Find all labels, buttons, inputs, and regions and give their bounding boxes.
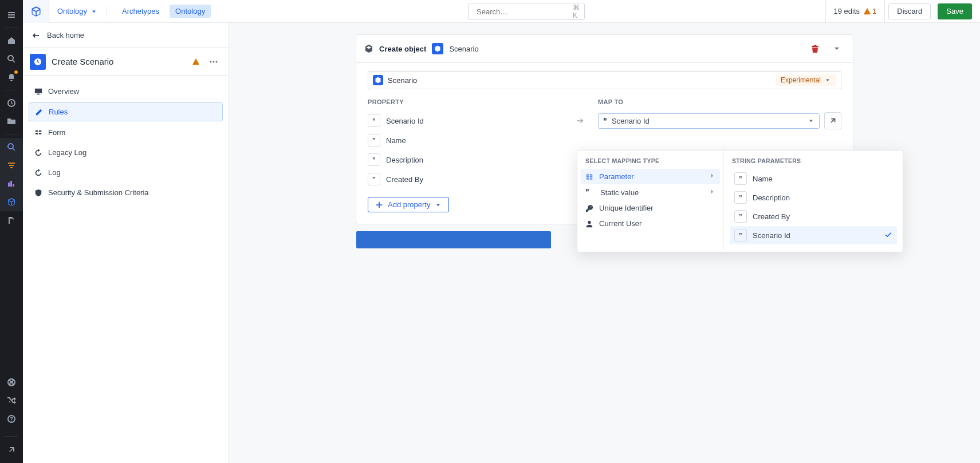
nav-form[interactable]: Form	[29, 124, 223, 141]
chart-icon[interactable]	[0, 175, 23, 193]
chevron-right-icon	[709, 188, 715, 197]
property-label: Scenario Id	[386, 117, 424, 125]
delete-button[interactable]	[807, 41, 823, 57]
save-button[interactable]: Save	[938, 3, 972, 19]
property-label: Created By	[386, 175, 423, 184]
mapping-type-unique-identifier[interactable]: Unique Identifier	[581, 200, 720, 216]
chevron-down-icon	[832, 44, 841, 53]
scenario-selector[interactable]: Scenario Experimental	[368, 71, 841, 89]
topbar-tabs: Archetypes Ontology	[116, 5, 211, 18]
tab-ontology[interactable]: Ontology	[170, 5, 211, 18]
rail-divider	[5, 90, 18, 90]
mapping-type-current-user[interactable]: Current User	[581, 216, 720, 231]
property-row: ❞ Created By	[368, 169, 562, 189]
files-icon[interactable]	[0, 211, 23, 229]
nav-label: Log	[48, 168, 61, 177]
object-chip-icon	[432, 43, 443, 54]
search-box[interactable]: ⌘ K	[468, 3, 585, 20]
warning-icon[interactable]	[192, 58, 200, 66]
open-external-button[interactable]	[824, 112, 841, 129]
property-row: ❞ Description	[368, 150, 562, 169]
back-home-link[interactable]: Back home	[23, 23, 229, 48]
search-icon[interactable]	[0, 50, 23, 68]
menu-item-label: Current User	[599, 219, 641, 228]
param-label: Description	[753, 193, 790, 202]
menu-toggle-icon[interactable]	[0, 6, 23, 24]
chevron-right-icon	[709, 172, 715, 181]
nav-legacy-log[interactable]: Legacy Log	[29, 144, 223, 161]
nav-label: Overview	[48, 87, 79, 96]
create-object-icon	[364, 44, 373, 53]
card-object-name: Scenario	[449, 45, 478, 53]
explore-icon[interactable]	[0, 138, 23, 156]
caret-down-icon	[435, 201, 442, 208]
key-icon	[585, 204, 593, 212]
folder-icon[interactable]	[0, 112, 23, 130]
nav-overview[interactable]: Overview	[29, 82, 223, 100]
left-nav: Overview Rules Form Legacy Log Log	[23, 76, 229, 208]
more-horizontal-icon	[209, 57, 218, 66]
search-shortcut: ⌘ K	[573, 3, 580, 19]
search-input[interactable]	[477, 7, 573, 16]
action-placeholder-bar[interactable]	[356, 231, 551, 248]
add-property-button[interactable]: Add property	[368, 197, 449, 212]
shield-icon	[34, 189, 42, 197]
card-header-actions	[807, 41, 845, 57]
home-icon[interactable]	[0, 31, 23, 50]
breadcrumb-root-dropdown[interactable]: Ontology	[57, 7, 97, 15]
app-logo[interactable]	[23, 0, 49, 23]
form-icon	[34, 129, 42, 137]
layers-icon[interactable]	[0, 156, 23, 175]
map-to-dropdown[interactable]: ❞ Scenario Id	[598, 113, 820, 129]
map-to-value: Scenario Id	[612, 117, 803, 125]
object-chip-icon	[373, 75, 383, 85]
string-type-icon: ❞	[734, 210, 747, 223]
nav-label: Legacy Log	[48, 148, 86, 157]
nav-label: Security & Submission Criteria	[48, 188, 149, 197]
card-header: Create object Scenario	[356, 35, 853, 63]
collapse-button[interactable]	[829, 41, 845, 57]
help-icon[interactable]	[0, 410, 23, 428]
arrow-up-right-icon	[829, 117, 837, 125]
mapping-type-parameter[interactable]: Parameter	[581, 169, 720, 184]
pencil-icon	[35, 108, 43, 116]
card-title: Create object	[379, 45, 426, 53]
more-menu-button[interactable]	[206, 54, 222, 70]
tab-archetypes[interactable]: Archetypes	[116, 5, 165, 18]
rail-divider	[5, 436, 18, 437]
string-param-option[interactable]: ❞ Name	[730, 169, 897, 188]
edits-indicator[interactable]: 19 edits 1	[825, 0, 885, 22]
globe-icon[interactable]	[0, 373, 23, 391]
string-param-option[interactable]: ❞ Scenario Id	[730, 226, 897, 244]
arrow-right-icon	[576, 117, 584, 125]
history-icon	[34, 149, 42, 157]
string-param-option[interactable]: ❞ Created By	[730, 207, 897, 225]
nav-rules[interactable]: Rules	[29, 102, 223, 121]
breadcrumb: Ontology Archetypes Ontology	[49, 5, 219, 18]
add-property-label: Add property	[388, 200, 430, 209]
expand-arrow-icon[interactable]	[0, 440, 23, 458]
discard-button[interactable]: Discard	[888, 3, 931, 19]
tab-label: Archetypes	[122, 7, 159, 15]
rail-divider	[5, 27, 18, 28]
shuffle-icon[interactable]	[0, 391, 23, 410]
popover-left-column: SELECT MAPPING TYPE Parameter ❞ Static v…	[577, 151, 724, 252]
clock-icon[interactable]	[0, 94, 23, 112]
back-home-label: Back home	[47, 31, 84, 39]
nav-label: Rules	[49, 108, 68, 116]
mapping-type-static-value[interactable]: ❞ Static value	[581, 184, 720, 200]
column-header-mapto: MAP TO	[598, 98, 841, 111]
cube-icon[interactable]	[0, 193, 23, 211]
arrow-left-icon	[32, 31, 40, 39]
svg-point-1	[213, 61, 215, 62]
nav-security[interactable]: Security & Submission Criteria	[29, 184, 223, 201]
svg-point-2	[216, 61, 218, 62]
bell-icon[interactable]	[0, 68, 23, 86]
property-label: Description	[386, 156, 423, 164]
experimental-badge-dropdown[interactable]: Experimental	[776, 74, 836, 86]
caret-down-icon	[808, 117, 814, 124]
badge-label: Experimental	[781, 76, 821, 84]
string-type-icon: ❞	[734, 172, 747, 185]
string-param-option[interactable]: ❞ Description	[730, 188, 897, 207]
nav-log[interactable]: Log	[29, 164, 223, 181]
